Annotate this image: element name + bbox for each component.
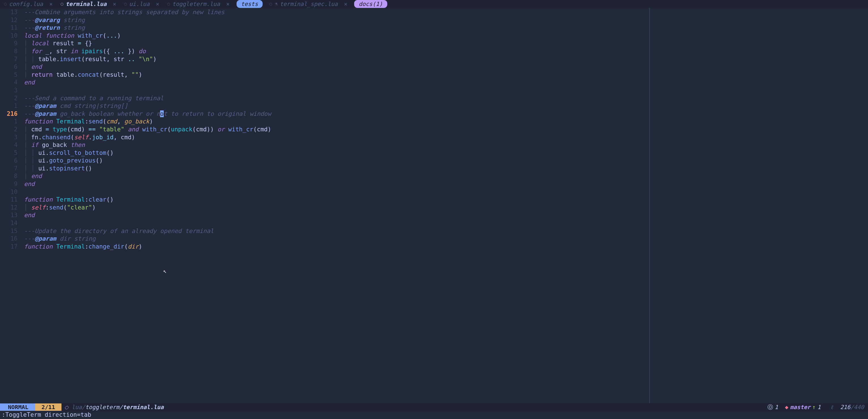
close-icon[interactable]: × [156,0,159,8]
code-line[interactable]: 1 ---@param cmd string|string[] [0,102,649,110]
code-content: function Terminal:change_dir(dir) [21,243,142,250]
tab-label: config.lua [9,0,43,8]
close-icon[interactable]: × [344,0,347,8]
code-line[interactable]: 14 [0,219,649,227]
code-line[interactable]: 10 local function with_cr(...) [0,32,649,40]
statusline: NORMAL 2/11 ◌ lua/toggleterm/terminal.lu… [0,403,868,411]
code-content [21,87,24,94]
line-number: 7 [0,165,21,172]
code-line[interactable]: 5 │ │ ui.scroll_to_bottom() [0,149,649,157]
code-line[interactable]: 7 │ │ ui.stopinsert() [0,165,649,173]
line-info: ℓ 216/440 [831,404,864,411]
file-path: ◌ lua/toggleterm/terminal.lua [61,404,167,411]
line-number: 13 [0,8,21,16]
code-content: function Terminal:send(cmd, go_back) [21,118,153,125]
line-number: 2 [0,95,21,102]
code-line[interactable]: 8 │ for _, str in ipairs({ ... }) do [0,47,649,56]
code-content [21,220,24,226]
code-line[interactable]: 10 [0,188,649,196]
code-content: ---@vararg string [21,17,85,24]
line-number: 10 [0,188,21,196]
line-number: 6 [0,63,21,71]
code-editor[interactable]: 13 ---Combine arguments into strings sep… [0,8,649,403]
code-line[interactable]: 13 ---Combine arguments into strings sep… [0,8,649,17]
line-number: 9 [0,180,21,188]
lua-icon: ◌ [65,404,72,411]
code-line[interactable]: 13 end [0,212,649,219]
ahead-count: 1 [817,404,821,411]
code-content: │ return table.concat(result, "") [21,71,142,78]
pill-tests[interactable]: tests [237,0,262,8]
code-content: ---Send a command to a running terminal [21,95,164,102]
lua-icon: ◌ [124,1,127,7]
git-branch: master [790,404,810,411]
close-icon[interactable]: × [113,0,116,8]
line-number: 5 [0,71,21,79]
code-line[interactable]: 7 │ │ table.insert(result, str .. "\n") [0,56,649,63]
side-panel[interactable] [649,8,868,403]
code-line[interactable]: 11 ---@return string [0,24,649,32]
line-number: 17 [0,243,21,251]
code-content: │ │ table.insert(result, str .. "\n") [21,56,157,63]
code-line[interactable]: 16 ---@param dir string [0,235,649,243]
ahead-icon: ↑ [812,404,815,411]
code-line[interactable]: 6 │ │ ui.goto_previous() [0,157,649,165]
code-content [21,189,24,195]
pill-docs[interactable]: docs(1) [354,0,387,8]
line-number: 1 [0,102,21,110]
tab-label: toggleterm.lua [172,0,220,8]
line-number: 12 [0,17,21,24]
code-line[interactable]: 6 │ end [0,63,649,71]
code-line[interactable]: 3 │ fn.chansend(self.job_id, cmd) [0,134,649,141]
pr-count: 1 [775,404,778,411]
line-number: 10 [0,32,21,40]
code-line[interactable]: 12 ---@vararg string [0,17,649,24]
tab-label: terminal_spec.lua [280,0,338,8]
code-content: ---Update the directory of an already op… [21,228,214,234]
tab-label: terminal.lua [66,0,107,8]
code-content: │ local result = {} [21,40,92,47]
code-line[interactable]: 15 ---Update the directory of an already… [0,227,649,235]
code-content: │ cmd = type(cmd) == "table" and with_cr… [21,126,271,133]
code-line[interactable]: 3 [0,87,649,95]
code-content: function Terminal:clear() [21,196,114,203]
code-line[interactable]: 11 function Terminal:clear() [0,196,649,204]
code-line[interactable]: 9 end [0,180,649,188]
line-number: 12 [0,204,21,212]
tab-label: ui.lua [129,0,150,8]
line-number: 16 [0,235,21,243]
line-number: 2 [0,126,21,133]
code-line[interactable]: 2 ---Send a command to a running termina… [0,95,649,102]
code-line[interactable]: 2 │ cmd = type(cmd) == "table" and with_… [0,126,649,134]
line-number: 15 [0,227,21,235]
code-line[interactable]: 1 function Terminal:send(cmd, go_back) [0,118,649,126]
close-icon[interactable]: × [226,0,229,8]
close-icon[interactable]: × [49,0,53,8]
code-content: end [21,181,35,187]
code-line[interactable]: 8 │ end [0,172,649,180]
tab-terminal[interactable]: ◌ terminal.lua × [57,0,120,8]
line-number: 7 [0,56,21,63]
code-content: ---@return string [21,24,85,31]
line-number: 3 [0,87,21,94]
code-line[interactable]: 17 function Terminal:change_dir(dir) [0,243,649,251]
code-line[interactable]: 5 │ return table.concat(result, "") [0,71,649,79]
tab-toggleterm[interactable]: ◌ toggleterm.lua × [163,0,234,8]
line-number: 11 [0,24,21,32]
code-content: local function with_cr(...) [21,32,121,39]
code-line[interactable]: 12 │ self:send("clear") [0,204,649,212]
line-number: 13 [0,212,21,219]
code-line[interactable]: 4 │ if go_back then [0,141,649,149]
code-line[interactable]: 9 │ local result = {} [0,40,649,47]
tab-config[interactable]: ◌ config.lua × [0,0,57,8]
code-content: │ if go_back then [21,141,85,148]
line-number: 9 [0,40,21,47]
command-line[interactable]: :ToggleTerm direction=tab [0,411,868,419]
tab-terminal-spec[interactable]: ◌ ⚗ terminal_spec.lua × [266,0,351,8]
tab-ui[interactable]: ◌ ui.lua × [120,0,163,8]
code-line[interactable]: 216 ---@param go_back boolean whether or… [0,110,649,118]
code-line[interactable]: 4 end [0,79,649,87]
code-content: │ │ ui.stopinsert() [21,165,92,172]
tabline: ◌ config.lua × ◌ terminal.lua × ◌ ui.lua… [0,0,868,8]
code-content: │ │ ui.goto_previous() [21,157,103,164]
